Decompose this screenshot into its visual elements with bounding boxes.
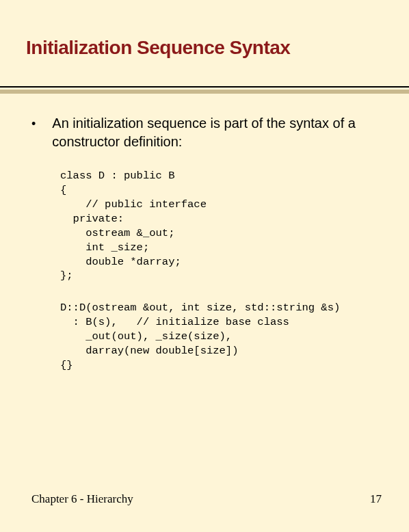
footer: Chapter 6 - Hierarchy 17 — [31, 492, 382, 506]
footer-chapter: Chapter 6 - Hierarchy — [31, 492, 133, 506]
content-area: • An initialization sequence is part of … — [0, 94, 409, 373]
code-block-constructor: D::D(ostream &out, int size, std::string… — [60, 301, 388, 373]
code-block-class: class D : public B { // public interface… — [60, 169, 388, 283]
title-separator — [0, 86, 409, 94]
bullet-item: • An initialization sequence is part of … — [31, 114, 388, 151]
bullet-marker: • — [31, 118, 36, 130]
separator-line-thin — [0, 86, 409, 88]
bullet-text: An initialization sequence is part of th… — [52, 114, 388, 151]
slide: Initialization Sequence Syntax • An init… — [0, 0, 409, 532]
footer-page-number: 17 — [370, 492, 382, 506]
slide-title: Initialization Sequence Syntax — [0, 0, 409, 59]
